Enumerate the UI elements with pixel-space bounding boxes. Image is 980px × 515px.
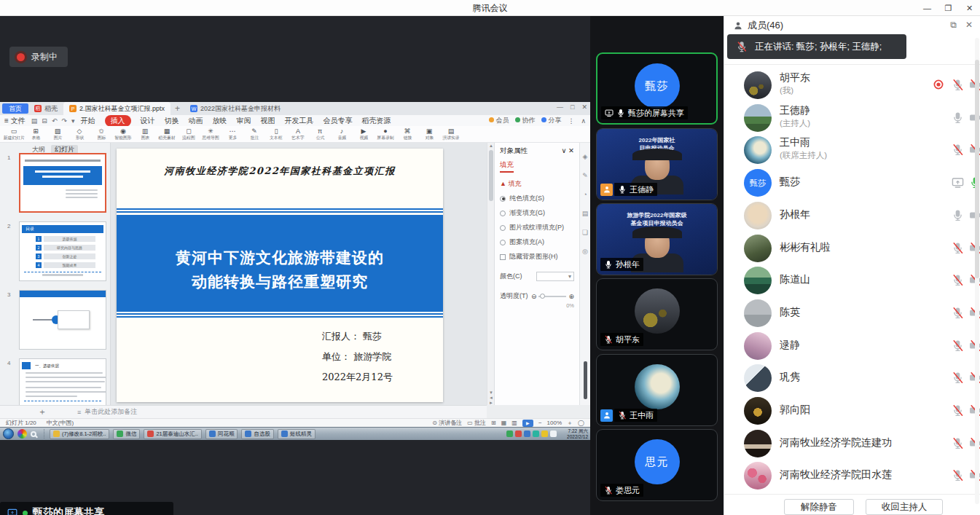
ribbon-稻壳素材[interactable]: ▦稻壳素材	[156, 127, 178, 141]
start-button-icon[interactable]	[3, 428, 14, 439]
wps-right-会员[interactable]: 会员	[489, 116, 509, 125]
ribbon-音频[interactable]: ♪音频	[331, 127, 353, 141]
wps-new-tab-button[interactable]: +	[170, 103, 184, 114]
reclaim-host-button[interactable]: 收回主持人	[866, 499, 943, 515]
close-panel-icon[interactable]: ✕	[965, 20, 973, 30]
taskbar-clock[interactable]: 7:22 周六 2022/2/12	[557, 428, 588, 440]
search-icon[interactable]	[31, 431, 36, 437]
taskbar-item[interactable]: (7)修改8.1-2期校..	[50, 429, 109, 439]
color-dropdown[interactable]: ▾	[536, 272, 574, 281]
wps-menu-会员专享[interactable]: 会员专享	[324, 116, 353, 126]
mic-muted-icon[interactable]	[952, 339, 965, 353]
fill-option[interactable]: 图案填充(A)	[500, 237, 574, 247]
browser-icon[interactable]	[17, 429, 27, 439]
mic-muted-icon[interactable]	[952, 469, 965, 482]
mic-muted-icon[interactable]	[952, 307, 965, 320]
collapse-ribbon-icon[interactable]: ∧	[581, 117, 586, 125]
wps-right-分享[interactable]: 分享	[541, 116, 561, 125]
taskbar-item[interactable]: 同花顺	[205, 429, 238, 439]
member-row[interactable]: 甄莎甄莎	[724, 168, 980, 198]
ribbon-智能图形[interactable]: ◉智能图形	[112, 127, 134, 141]
wps-ppt-tab[interactable]: P 2.国家社科基金立项汇报.pptx	[63, 102, 170, 115]
reading-view-icon[interactable]: ▥	[511, 420, 517, 426]
ribbon-流程图[interactable]: ◻流程图	[178, 127, 200, 141]
screen-share-icon[interactable]	[952, 176, 965, 189]
member-row[interactable]: 王德静(主持人)	[724, 103, 980, 133]
kebab-icon[interactable]: ⋮	[568, 117, 574, 125]
ribbon-图表[interactable]: ▥图表	[134, 127, 156, 141]
wps-home-button[interactable]: 首页	[2, 103, 28, 114]
slide-thumbnail-3[interactable]	[19, 290, 106, 350]
sorter-view-icon[interactable]: ▦	[501, 420, 507, 426]
close-icon[interactable]: ✕	[959, 0, 980, 16]
fill-option[interactable]: 图片或纹理填充(P)	[500, 223, 574, 232]
member-row[interactable]: 郭向阳	[724, 396, 980, 426]
wps-menu-放映[interactable]: 放映	[213, 116, 227, 126]
taskbar-item[interactable]: 自选股	[241, 429, 274, 439]
mic-muted-icon[interactable]	[952, 437, 965, 450]
member-row[interactable]: 河南牧业经济学院连建功	[724, 428, 980, 459]
wps-notes-bar[interactable]: ＋ ≡ 单击此处添加备注	[0, 405, 487, 418]
wps-menu-插入[interactable]: 插入	[105, 115, 131, 127]
slide-thumbnail-2[interactable]: 目录 1 选题依据 2 研究内容与思路 3 创新之处 4 预期成果	[19, 221, 106, 281]
add-slide-icon[interactable]: ＋	[38, 406, 47, 418]
member-row[interactable]: 陈英	[724, 298, 980, 329]
wps-side-icon-strip[interactable]: ◈ ✎ ◔ ▤ ❏ ◎	[579, 143, 590, 405]
member-row[interactable]: 孙根年	[724, 200, 980, 231]
video-tile-孙根年[interactable]: 旅游学院2022年国家级基金项目申报动员会 孙根年	[596, 203, 718, 275]
canvas-scrollbar[interactable]: ▲ ▼ ◄ ►	[487, 143, 494, 405]
slide-thumbnail-1[interactable]	[19, 153, 106, 213]
wps-menu-开发工具[interactable]: 开发工具	[285, 116, 314, 126]
wps-docer-tab[interactable]: 稻 稻壳	[28, 102, 63, 115]
minimize-icon[interactable]: —	[917, 0, 938, 16]
mic-muted-icon[interactable]	[952, 144, 965, 157]
members-scrollbar[interactable]	[975, 38, 979, 504]
ribbon-视频[interactable]: ▶视频	[353, 127, 375, 141]
member-row[interactable]: 巩隽	[724, 363, 980, 393]
mic-on-icon[interactable]	[952, 111, 965, 125]
wps-menu-动画[interactable]: 动画	[189, 116, 203, 126]
wps-menu-设计[interactable]: 设计	[141, 116, 155, 126]
taskbar-item[interactable]: 21届泰迪山水汇..	[144, 429, 202, 439]
ribbon-图标[interactable]: ✩图标	[90, 127, 112, 141]
fill-tab[interactable]: 填充	[500, 160, 514, 173]
mic-muted-icon[interactable]	[952, 371, 965, 385]
fill-option[interactable]: 纯色填充(S)	[500, 194, 574, 203]
fit-slide-icon[interactable]: ◯	[578, 420, 584, 426]
mic-muted-icon[interactable]	[952, 79, 965, 92]
zoom-out-icon[interactable]: −	[538, 420, 542, 426]
ribbon-艺术字[interactable]: A艺术字	[287, 127, 309, 141]
ribbon-图片[interactable]: ▨图片	[47, 127, 68, 141]
wps-slide-canvas[interactable]: 河南牧业经济学院2022年国家社科基金立项汇报 黄河中下游文化旅游带建设的 动能…	[111, 143, 487, 405]
ribbon-表格[interactable]: ⊞表格	[25, 127, 47, 141]
wps-menu-开始[interactable]: 开始	[81, 116, 95, 126]
wps-menu-视图[interactable]: 视图	[261, 116, 275, 126]
mic-muted-icon[interactable]	[952, 274, 965, 287]
mic-muted-icon[interactable]	[952, 242, 965, 255]
fill-option[interactable]: 渐变填充(G)	[500, 208, 574, 218]
fill-section-header[interactable]: ▲ 填充	[500, 179, 574, 189]
zoom-level[interactable]: 100%	[547, 420, 562, 426]
ribbon-链接[interactable]: ⌘链接	[396, 127, 418, 141]
restore-icon[interactable]: ❐	[938, 0, 959, 16]
mic-muted-icon[interactable]	[952, 404, 965, 417]
speaker-notes-toggle[interactable]: ⊙ 演讲备注	[432, 419, 462, 427]
notes-placeholder[interactable]: 单击此处添加备注	[85, 407, 137, 417]
taskbar-item[interactable]: 短线精灵	[278, 429, 315, 439]
ribbon-批注[interactable]: ✎批注	[243, 127, 265, 141]
recording-icon[interactable]	[933, 79, 946, 92]
ribbon-公式[interactable]: π公式	[309, 127, 331, 141]
comments-toggle[interactable]: ▭ 批注	[467, 419, 486, 427]
member-row[interactable]: 河南牧业经济学院田水莲	[724, 460, 980, 491]
slide-thumbnail-4[interactable]: 一、选题依据	[19, 358, 106, 405]
props-controls[interactable]: ∨ ✕	[561, 146, 574, 156]
member-row[interactable]: 彬彬有礼啦	[724, 233, 980, 264]
member-row[interactable]: 逯静	[724, 331, 980, 361]
ribbon-文本框[interactable]: ▯文本框	[265, 127, 287, 141]
popout-panel-icon[interactable]: ⧉	[950, 20, 957, 30]
wps-menu-稻壳资源[interactable]: 稻壳资源	[362, 116, 391, 126]
taskbar-item[interactable]: 微信	[113, 429, 140, 439]
wps-menu-切换[interactable]: 切换	[165, 116, 179, 126]
transparency-slider[interactable]: ⊖ ⊕	[531, 293, 574, 300]
ribbon-对象[interactable]: ▣对象	[418, 127, 440, 141]
